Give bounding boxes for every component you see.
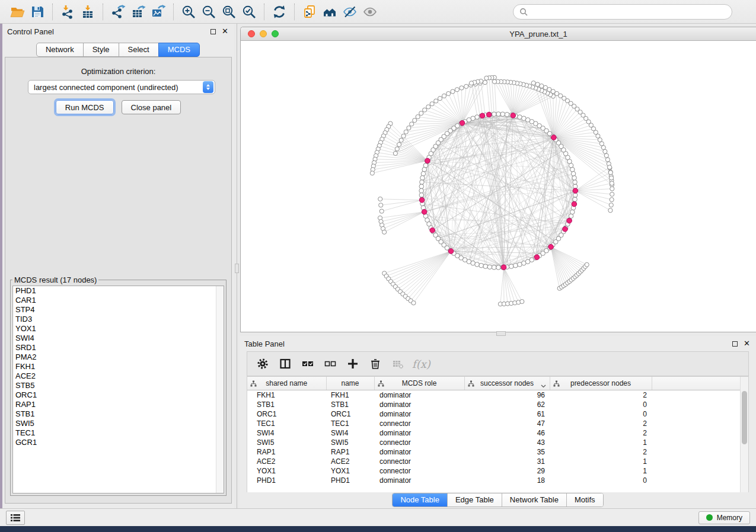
mcds-result-item[interactable]: TEC1 bbox=[13, 428, 224, 438]
float-panel-icon[interactable] bbox=[732, 341, 738, 347]
cell-shared-name[interactable]: RAP1 bbox=[247, 447, 326, 457]
table-row[interactable]: YOX1YOX1connector291 bbox=[247, 466, 748, 476]
export-image-icon[interactable] bbox=[148, 2, 168, 21]
column-header-successor-nodes[interactable]: successor nodes bbox=[464, 377, 550, 390]
cell-name[interactable]: ORC1 bbox=[326, 409, 374, 419]
tab-network[interactable]: Network bbox=[36, 43, 84, 57]
cell-predecessor-nodes[interactable]: 0 bbox=[550, 400, 652, 409]
close-panel-icon[interactable]: ✕ bbox=[744, 341, 750, 347]
cell-shared-name[interactable]: ACE2 bbox=[247, 457, 326, 466]
memory-button[interactable]: Memory bbox=[698, 511, 750, 524]
save-session-icon[interactable] bbox=[27, 2, 47, 21]
mcds-result-item[interactable]: CAR1 bbox=[13, 296, 224, 305]
tab-select[interactable]: Select bbox=[119, 43, 159, 57]
mcds-result-item[interactable]: YOX1 bbox=[13, 324, 224, 334]
cell-successor-nodes[interactable]: 96 bbox=[464, 390, 550, 400]
cell-name[interactable]: SWI5 bbox=[326, 438, 374, 447]
column-header-MCDS-role[interactable]: MCDS role bbox=[374, 377, 464, 390]
network-analyzer-icon[interactable] bbox=[320, 2, 340, 21]
mcds-result-item[interactable]: FKH1 bbox=[13, 362, 224, 371]
table-row[interactable]: ORC1ORC1dominator610 bbox=[247, 409, 748, 419]
cell-MCDS-role[interactable]: dominator bbox=[374, 447, 464, 457]
cell-MCDS-role[interactable]: connector bbox=[374, 419, 464, 428]
delete-row-icon[interactable] bbox=[366, 354, 385, 373]
cell-successor-nodes[interactable]: 61 bbox=[464, 409, 550, 419]
table-row[interactable]: PHD1PHD1dominator180 bbox=[247, 476, 748, 485]
mcds-result-list[interactable]: PHD1CAR1STP4TID3YOX1SWI4SRD1PMA2FKH1ACE2… bbox=[12, 286, 224, 493]
mcds-result-item[interactable]: SWI5 bbox=[13, 419, 224, 428]
run-mcds-button[interactable]: Run MCDS bbox=[56, 100, 114, 114]
tab-edge-table[interactable]: Edge Table bbox=[447, 493, 502, 507]
cell-shared-name[interactable]: ORC1 bbox=[247, 409, 326, 419]
table-row[interactable]: TEC1TEC1connector472 bbox=[247, 419, 748, 428]
open-file-icon[interactable] bbox=[7, 2, 27, 21]
mcds-result-item[interactable]: GCR1 bbox=[13, 438, 224, 447]
column-browser-icon[interactable] bbox=[276, 354, 295, 373]
zoom-fit-icon[interactable] bbox=[219, 2, 239, 21]
cell-successor-nodes[interactable]: 35 bbox=[464, 447, 550, 457]
cell-name[interactable]: SWI4 bbox=[326, 428, 374, 438]
mcds-list-scrollbar[interactable] bbox=[216, 286, 224, 493]
table-scrollbar-thumb[interactable] bbox=[742, 391, 747, 444]
table-row[interactable]: FKH1FKH1dominator962 bbox=[247, 390, 748, 400]
cell-predecessor-nodes[interactable]: 1 bbox=[550, 457, 652, 466]
table-row[interactable]: SWI4SWI4dominator462 bbox=[247, 428, 748, 438]
network-window-titlebar[interactable]: YPA_prune.txt_1 bbox=[241, 27, 756, 41]
export-network-icon[interactable] bbox=[108, 2, 128, 21]
hide-annotations-icon[interactable] bbox=[340, 2, 360, 21]
cell-successor-nodes[interactable]: 43 bbox=[464, 438, 550, 447]
cell-predecessor-nodes[interactable]: 1 bbox=[550, 438, 652, 447]
cell-MCDS-role[interactable]: connector bbox=[374, 457, 464, 466]
zoom-out-icon[interactable] bbox=[199, 2, 219, 21]
table-row[interactable]: STB1STB1dominator620 bbox=[247, 400, 748, 409]
mcds-result-item[interactable]: ORC1 bbox=[13, 390, 224, 400]
column-header-predecessor-nodes[interactable]: predecessor nodes bbox=[550, 377, 652, 390]
divider-drag-handle[interactable] bbox=[235, 264, 239, 273]
mcds-result-item[interactable]: ACE2 bbox=[13, 371, 224, 381]
table-row[interactable]: ACE2ACE2connector311 bbox=[247, 457, 748, 466]
mcds-result-item[interactable]: RAP1 bbox=[13, 400, 224, 409]
mcds-result-item[interactable]: STB1 bbox=[13, 409, 224, 419]
mcds-result-item[interactable]: STB5 bbox=[13, 381, 224, 390]
import-table-icon[interactable] bbox=[78, 2, 98, 21]
optimization-criterion-dropdown[interactable]: largest connected component (undirected) bbox=[28, 80, 215, 94]
cell-MCDS-role[interactable]: dominator bbox=[374, 409, 464, 419]
cell-successor-nodes[interactable]: 31 bbox=[464, 457, 550, 466]
tab-network-table[interactable]: Network Table bbox=[502, 493, 566, 507]
show-graphics-icon[interactable] bbox=[360, 2, 380, 21]
select-all-icon[interactable] bbox=[298, 354, 317, 373]
cell-predecessor-nodes[interactable]: 1 bbox=[550, 466, 652, 476]
cell-name[interactable]: FKH1 bbox=[326, 390, 374, 400]
divider-drag-handle[interactable] bbox=[496, 331, 506, 336]
cell-predecessor-nodes[interactable]: 2 bbox=[550, 428, 652, 438]
tab-style[interactable]: Style bbox=[83, 43, 119, 57]
settings-gear-icon[interactable] bbox=[253, 354, 272, 373]
cell-shared-name[interactable]: TEC1 bbox=[247, 419, 326, 428]
mcds-result-item[interactable]: SRD1 bbox=[13, 343, 224, 352]
cell-successor-nodes[interactable]: 29 bbox=[464, 466, 550, 476]
cell-successor-nodes[interactable]: 46 bbox=[464, 428, 550, 438]
add-row-icon[interactable] bbox=[343, 354, 362, 373]
cell-predecessor-nodes[interactable]: 0 bbox=[550, 476, 652, 485]
cell-predecessor-nodes[interactable]: 2 bbox=[550, 390, 652, 400]
zoom-in-icon[interactable] bbox=[178, 2, 199, 21]
table-scrollbar[interactable] bbox=[740, 377, 748, 492]
mcds-result-item[interactable]: SWI4 bbox=[13, 334, 224, 343]
cell-shared-name[interactable]: PHD1 bbox=[247, 476, 326, 485]
cell-MCDS-role[interactable]: dominator bbox=[374, 400, 464, 409]
table-row[interactable]: SWI5SWI5connector431 bbox=[247, 438, 748, 447]
cell-successor-nodes[interactable]: 18 bbox=[464, 476, 550, 485]
cell-MCDS-role[interactable]: dominator bbox=[374, 476, 464, 485]
cell-shared-name[interactable]: YOX1 bbox=[247, 466, 326, 476]
cell-shared-name[interactable]: SWI4 bbox=[247, 428, 326, 438]
zoom-selected-icon[interactable] bbox=[239, 2, 259, 21]
mcds-result-item[interactable]: TID3 bbox=[13, 315, 224, 324]
clone-network-icon[interactable] bbox=[299, 2, 320, 21]
cell-successor-nodes[interactable]: 47 bbox=[464, 419, 550, 428]
search-input[interactable] bbox=[531, 7, 726, 16]
close-panel-icon[interactable]: ✕ bbox=[222, 28, 228, 34]
cell-name[interactable]: YOX1 bbox=[326, 466, 374, 476]
mcds-result-item[interactable]: STP4 bbox=[13, 305, 224, 315]
close-panel-button[interactable]: Close panel bbox=[122, 100, 181, 114]
cell-predecessor-nodes[interactable]: 2 bbox=[550, 419, 652, 428]
